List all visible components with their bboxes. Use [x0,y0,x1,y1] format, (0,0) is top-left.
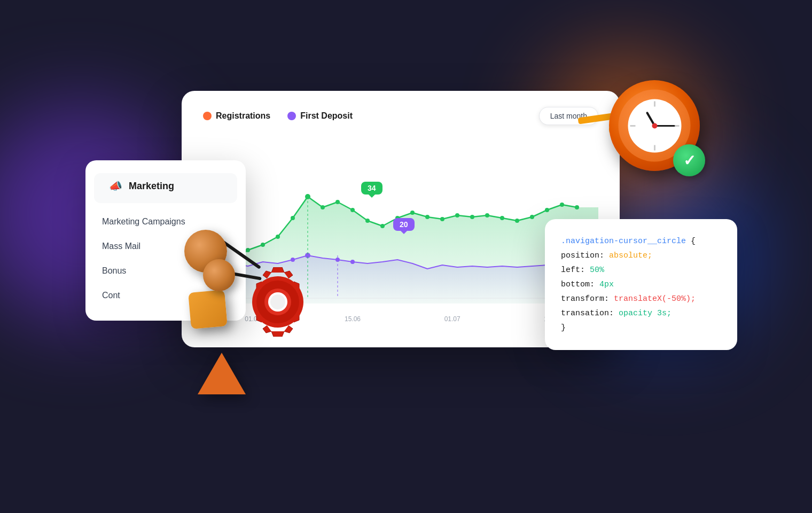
svg-point-8 [321,205,325,209]
svg-point-25 [575,205,579,209]
registrations-label: Registrations [216,111,270,121]
svg-point-12 [380,224,385,228]
code-line-transation: transation: opacity 3s; [561,306,721,321]
code-line-transform: transform: translateX(-50%); [561,292,721,306]
cube-shape [188,290,228,329]
svg-point-20 [500,216,504,220]
clock-center [652,123,657,128]
svg-point-9 [335,200,340,204]
sidebar-item-marketing-campaigns[interactable]: Marketing Campaigns [85,209,246,234]
svg-point-29 [350,260,355,264]
registrations-dot [203,112,212,120]
first-deposit-label: First Deposit [300,111,353,121]
code-prop-transform: transform: [561,294,614,304]
sidebar-header: 📣 Marketing [94,173,237,203]
svg-point-22 [530,215,534,219]
svg-point-11 [365,219,370,223]
clock-hand-minute [654,125,675,127]
code-val-transform: translateX(-50%); [614,294,696,304]
svg-point-5 [276,235,280,239]
chart-legend: Registrations First Deposit Last month [203,107,598,125]
pyramid-shape [198,353,246,394]
code-prop-transation: transation: [561,309,619,318]
svg-point-19 [485,213,489,217]
main-scene: Registrations First Deposit Last month [85,48,727,465]
code-line-position: position: absolute; [561,248,721,263]
clock-tick-9 [630,125,635,127]
code-line-left: left: 50% [561,263,721,277]
svg-point-26 [291,258,295,262]
code-line-bottom: bottom: 4px [561,277,721,292]
marketing-icon: 📣 [109,180,122,192]
x-label-3: 01.07 [444,315,460,323]
code-class-name: .navigation-cursor__circle { [561,234,721,248]
x-label-2: 15.06 [345,315,361,323]
code-prop-left: left: [561,266,590,275]
svg-point-16 [440,217,444,221]
svg-point-17 [455,213,459,217]
svg-point-23 [545,208,549,212]
code-close-brace: } [561,321,721,335]
code-val-position: absolute; [609,251,652,260]
svg-point-10 [350,208,355,212]
code-prop-position: position: [561,251,609,260]
sphere-medium [203,259,235,291]
clock-checkmark: ✓ [673,144,705,176]
code-prop-bottom: bottom: [561,280,599,289]
clock-tick-6 [654,145,655,150]
legend-first-deposit: First Deposit [287,111,353,121]
code-class-selector: .navigation-cursor__circle [561,237,686,246]
gear-shape [243,267,313,337]
clock-container: ✓ [604,75,710,182]
code-card: .navigation-cursor__circle { position: a… [545,219,737,350]
code-val-bottom: 4px [599,280,614,289]
clock-body: ✓ [609,80,700,171]
legend-registrations: Registrations [203,111,270,121]
svg-point-3 [246,248,250,252]
tooltip-20: 20 [393,218,415,231]
code-val-transation: opacity 3s; [619,309,672,318]
svg-point-18 [470,215,474,219]
svg-point-37 [270,294,285,309]
sidebar-title: Marketing [129,181,174,192]
svg-point-15 [425,215,430,219]
svg-point-14 [410,211,415,215]
svg-point-24 [560,203,564,207]
svg-point-4 [261,243,265,247]
clock-tick-12 [654,101,655,106]
clock-face [628,99,681,152]
svg-point-6 [291,216,295,220]
tooltip-34: 34 [361,182,382,195]
first-deposit-dot [287,112,296,120]
svg-point-21 [515,219,519,223]
code-val-left: 50% [590,266,604,275]
code-open-brace: { [691,237,696,246]
